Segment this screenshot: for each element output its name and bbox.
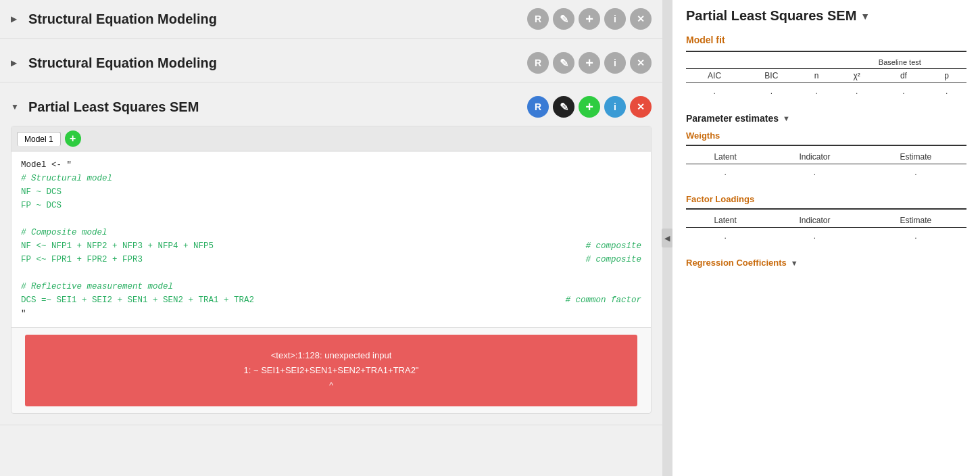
sem2-info-btn[interactable]: i — [604, 52, 626, 74]
code-common-factor-comment: # common factor — [565, 293, 641, 307]
weights-dot-3: . — [865, 164, 966, 181]
code-line-2: # Structural model — [21, 172, 641, 185]
weights-dot-2: . — [764, 164, 865, 181]
error-line1: <text>:1:128: unexpected input — [39, 348, 624, 363]
pls-edit-btn[interactable]: ✎ — [553, 96, 574, 118]
model-fit-col-headers: AIC BIC n χ² df p — [686, 69, 966, 83]
weights-col-estimate: Estimate — [865, 150, 966, 164]
model-tabs-bar: Model 1 + — [11, 126, 651, 151]
param-estimates-label: Parameter estimates — [686, 113, 779, 124]
factor-loadings-divider — [686, 208, 966, 210]
code-editor[interactable]: Model <- " # Structural model NF ~ DCS F… — [11, 151, 651, 328]
sem2-toggle[interactable]: ▶ — [11, 58, 22, 68]
fit-dot-1: . — [686, 83, 743, 100]
fl-dot-1: . — [686, 228, 764, 245]
pls-expanded: Model 1 + Model <- " # Structural model … — [11, 126, 652, 414]
baseline-header: Baseline test — [833, 56, 966, 69]
pls-add-btn[interactable]: + — [579, 96, 600, 118]
weights-divider — [686, 145, 966, 146]
code-line-3: NF ~ DCS — [21, 185, 641, 199]
regression-coeff-header: Regression Coefficients ▼ — [686, 258, 966, 268]
code-line-11: DCS =~ SEI1 + SEI2 + SEN1 + SEN2 + TRA1 … — [21, 293, 641, 307]
sem2-close-btn[interactable]: ✕ — [630, 52, 652, 74]
right-panel-title-arrow[interactable]: ▼ — [860, 11, 870, 22]
col-chi2: χ² — [833, 69, 881, 83]
sem1-r-btn[interactable]: R — [527, 8, 549, 30]
model1-tab[interactable]: Model 1 — [17, 132, 61, 146]
add-model-btn[interactable]: + — [65, 130, 81, 147]
fl-col-indicator: Indicator — [764, 214, 865, 228]
regression-coeff-label: Regression Coefficients — [686, 258, 787, 268]
sem2-edit-btn[interactable]: ✎ — [553, 52, 574, 74]
sem1-info-btn[interactable]: i — [604, 8, 626, 30]
col-p: p — [927, 69, 966, 83]
sem2-actions: R ✎ + i ✕ — [527, 52, 652, 74]
code-line-9 — [21, 266, 641, 280]
col-bic: BIC — [743, 69, 800, 83]
fit-dot-6: . — [927, 83, 966, 100]
pls-block: ▼ Partial Least Squares SEM R ✎ + i ✕ Mo… — [0, 88, 662, 425]
weights-table: Latent Indicator Estimate . . . — [686, 150, 966, 181]
sem1-header: ▶ Structural Equation Modeling R ✎ + i ✕ — [0, 0, 662, 38]
pls-r-btn[interactable]: R — [527, 96, 549, 118]
pls-actions: R ✎ + i ✕ — [527, 96, 652, 118]
collapse-panel-btn[interactable]: ◀ — [662, 229, 672, 247]
weights-label: Weigths — [686, 130, 966, 141]
col-df: df — [880, 69, 927, 83]
code-line-12: " — [21, 307, 641, 320]
fl-dot-row: . . . — [686, 228, 966, 245]
weights-col-indicator: Indicator — [764, 150, 865, 164]
regression-coeff-arrow[interactable]: ▼ — [791, 259, 798, 267]
sem1-edit-btn[interactable]: ✎ — [553, 8, 574, 30]
sem2-r-btn[interactable]: R — [527, 52, 549, 74]
sem2-block: ▶ Structural Equation Modeling R ✎ + i ✕ — [0, 44, 662, 82]
code-line-8: FP <~ FPR1 + FPR2 + FPR3 # composite — [21, 253, 641, 266]
model-fit-label: Model fit — [686, 34, 966, 45]
param-estimates-arrow[interactable]: ▼ — [783, 114, 790, 122]
fl-col-latent: Latent — [686, 214, 764, 228]
fl-dot-3: . — [865, 228, 966, 245]
fit-dot-3: . — [800, 83, 833, 100]
code-line-6: # Composite model — [21, 226, 641, 239]
sem2-add-btn[interactable]: + — [579, 52, 600, 74]
model-fit-section: Model fit Baseline test AIC BIC n χ² df … — [686, 34, 966, 99]
sem1-actions: R ✎ + i ✕ — [527, 8, 652, 30]
sem1-add-btn[interactable]: + — [579, 8, 600, 30]
weights-dot-row: . . . — [686, 164, 966, 181]
code-dcs-reflective: DCS =~ SEI1 + SEI2 + SEN1 + SEN2 + TRA1 … — [21, 293, 254, 307]
code-composite-comment2: # composite — [585, 253, 641, 266]
factor-loadings-col-headers: Latent Indicator Estimate — [686, 214, 966, 228]
pls-toggle[interactable]: ▼ — [11, 102, 22, 112]
pls-close-btn[interactable]: ✕ — [630, 96, 652, 118]
col-n: n — [800, 69, 833, 83]
code-line-1: Model <- " — [21, 158, 641, 172]
sem1-toggle[interactable]: ▶ — [11, 14, 22, 24]
panel-divider[interactable]: ◀ — [662, 0, 672, 476]
col-aic: AIC — [686, 69, 743, 83]
code-line-10: # Reflective measurement model — [21, 280, 641, 293]
code-nf-composite: NF <~ NFP1 + NFP2 + NFP3 + NFP4 + NFP5 — [21, 239, 214, 253]
model-fit-table: Baseline test AIC BIC n χ² df p . . . . — [686, 56, 966, 99]
sem2-header: ▶ Structural Equation Modeling R ✎ + i ✕ — [0, 44, 662, 82]
model-fit-divider — [686, 51, 966, 52]
regression-coefficients-section: Regression Coefficients ▼ — [686, 258, 966, 268]
param-estimates-header: Parameter estimates ▼ — [686, 113, 966, 124]
weights-section: Weigths Latent Indicator Estimate . . . — [686, 130, 966, 181]
pls-info-btn[interactable]: i — [604, 96, 626, 118]
pls-header: ▼ Partial Least Squares SEM R ✎ + i ✕ — [0, 88, 662, 126]
left-panel: ▶ Structural Equation Modeling R ✎ + i ✕… — [0, 0, 662, 476]
factor-loadings-section: Factor Loadings Latent Indicator Estimat… — [686, 194, 966, 244]
fit-dot-4: . — [833, 83, 881, 100]
sem1-close-btn[interactable]: ✕ — [630, 8, 652, 30]
baseline-spacer — [686, 56, 833, 69]
sem2-title: Structural Equation Modeling — [28, 55, 520, 71]
right-panel: Partial Least Squares SEM ▼ Model fit Ba… — [672, 0, 980, 476]
factor-loadings-table: Latent Indicator Estimate . . . — [686, 214, 966, 244]
model-fit-dot-row: . . . . . . — [686, 83, 966, 100]
code-composite-comment1: # composite — [585, 239, 641, 253]
factor-loadings-label: Factor Loadings — [686, 194, 966, 204]
sem1-block: ▶ Structural Equation Modeling R ✎ + i ✕ — [0, 0, 662, 39]
code-line-4: FP ~ DCS — [21, 199, 641, 212]
code-line-7: NF <~ NFP1 + NFP2 + NFP3 + NFP4 + NFP5 #… — [21, 239, 641, 253]
weights-dot-1: . — [686, 164, 764, 181]
